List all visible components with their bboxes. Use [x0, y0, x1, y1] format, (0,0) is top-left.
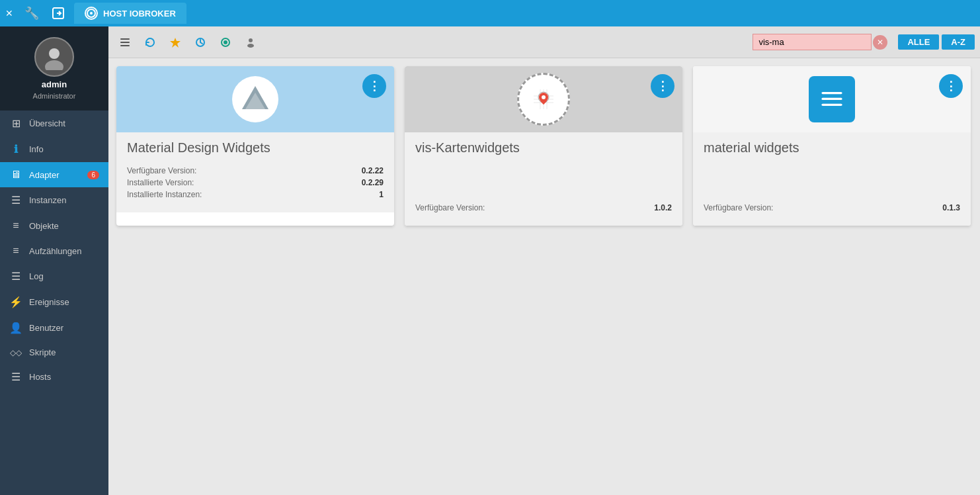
card-menu-button[interactable]: ⋮ [362, 74, 386, 98]
skripte-icon: ◇◇ [9, 348, 22, 357]
sidebar: admin Administrator ⊞ Übersicht ℹ Info 🖥… [0, 26, 108, 495]
benutzer-icon: 👤 [9, 322, 22, 334]
svg-rect-25 [821, 98, 842, 100]
content-area: ✕ ALLE A-Z ⋮ [108, 26, 980, 495]
svg-rect-7 [120, 45, 130, 46]
card-material-design-widgets: ⋮ Material Design Widgets Verfügbare Ver… [116, 66, 394, 226]
sidebar-item-adapter[interactable]: 🖥 Adapter 6 [0, 162, 108, 187]
sidebar-item-label: Ereignisse [29, 297, 69, 307]
svg-point-12 [249, 38, 253, 42]
login-icon[interactable] [48, 3, 69, 24]
aufzahlungen-icon: ≡ [9, 245, 22, 257]
sidebar-item-label: Info [29, 144, 44, 154]
sidebar-item-ereignisse[interactable]: ⚡ Ereignisse [0, 289, 108, 315]
svg-rect-24 [821, 92, 842, 94]
objekte-icon: ≡ [9, 220, 22, 232]
svg-point-23 [542, 95, 546, 99]
card-title: vis-Kartenwidgets [415, 140, 672, 156]
username: admin [42, 79, 67, 89]
card-logo [232, 76, 278, 122]
main-layout: admin Administrator ⊞ Übersicht ℹ Info 🖥… [0, 26, 980, 495]
card-info-row-2: Installierte Version: 0.2.29 [127, 178, 384, 187]
svg-rect-26 [821, 104, 842, 106]
alle-button[interactable]: ALLE [898, 34, 939, 50]
adapter-badge: 6 [87, 171, 99, 179]
card-body: Material Design Widgets Verfügbare Versi… [116, 132, 394, 212]
sidebar-item-info[interactable]: ℹ Info [0, 136, 108, 162]
cards-area: ⋮ Material Design Widgets Verfügbare Ver… [108, 58, 980, 495]
host-tab[interactable]: HOST IOBROKER [74, 3, 186, 24]
sidebar-item-instanzen[interactable]: ☰ Instanzen [0, 187, 108, 213]
svg-point-3 [49, 48, 60, 59]
verfugbare-version-value: 0.2.22 [362, 166, 384, 175]
svg-rect-5 [120, 38, 130, 40]
sidebar-item-label: Benutzer [29, 323, 63, 333]
sidebar-item-ubersicht[interactable]: ⊞ Übersicht [0, 111, 108, 136]
search-wrapper: ✕ [753, 34, 887, 50]
sidebar-item-label: Skripte [29, 347, 56, 357]
grid-icon: ⊞ [9, 117, 22, 130]
user-role: Administrator [33, 92, 76, 100]
sidebar-item-label: Aufzählungen [29, 246, 82, 256]
verfugbare-version-label: Verfügbare Version: [415, 203, 485, 212]
card-header: ⋮ [405, 66, 682, 132]
hosts-icon: ☰ [9, 371, 22, 383]
card-logo-map [517, 73, 570, 126]
installierte-instanzen-value: 1 [379, 190, 384, 199]
instanzen-icon: ☰ [9, 194, 22, 206]
sidebar-item-label: Übersicht [29, 118, 65, 128]
person-button[interactable] [239, 31, 262, 54]
recent-button[interactable] [189, 31, 212, 54]
card-menu-button[interactable]: ⋮ [939, 74, 963, 98]
card-info-row: Verfügbare Version: 1.0.2 [415, 203, 672, 212]
search-input[interactable] [753, 34, 872, 50]
top-bar: ✕ 🔧 HOST IOBROKER [0, 0, 980, 26]
verfugbare-version-value: 0.1.3 [942, 203, 960, 212]
refresh-button[interactable] [139, 31, 161, 54]
list-button[interactable] [114, 31, 136, 54]
star-button[interactable] [164, 31, 186, 54]
toolbar: ✕ ALLE A-Z [108, 26, 980, 58]
card-title: Material Design Widgets [127, 140, 384, 156]
search-clear-button[interactable]: ✕ [873, 35, 887, 50]
sidebar-item-label: Log [29, 271, 44, 281]
sidebar-item-label: Instanzen [29, 195, 66, 205]
verfugbare-version-label: Verfügbare Version: [704, 203, 773, 212]
sidebar-item-hosts[interactable]: ☰ Hosts [0, 364, 108, 390]
svg-point-11 [224, 41, 227, 44]
sidebar-item-skripte[interactable]: ◇◇ Skripte [0, 341, 108, 364]
verfugbare-version-label: Verfügbare Version: [127, 166, 196, 175]
sidebar-item-label: Hosts [29, 372, 51, 382]
host-tab-icon [85, 7, 98, 20]
card-title: material widgets [704, 140, 960, 156]
sidebar-item-label: Adapter [29, 170, 60, 180]
filter-buttons: ALLE A-Z [898, 34, 975, 50]
sidebar-item-objekte[interactable]: ≡ Objekte [0, 213, 108, 238]
card-logo-menu [809, 76, 855, 122]
circle-button[interactable] [214, 31, 237, 54]
host-tab-label: HOST IOBROKER [103, 9, 176, 19]
card-info-row: Verfügbare Version: 0.1.3 [704, 203, 960, 212]
close-button[interactable]: ✕ [5, 8, 13, 19]
sidebar-item-benutzer[interactable]: 👤 Benutzer [0, 315, 108, 341]
card-body: material widgets Verfügbare Version: 0.1… [693, 132, 971, 226]
card-info-row: Verfügbare Version: 0.2.22 [127, 166, 384, 175]
svg-point-13 [247, 44, 254, 48]
az-button[interactable]: A-Z [942, 34, 975, 50]
ereignisse-icon: ⚡ [9, 296, 22, 308]
installierte-version-label: Installierte Version: [127, 178, 194, 187]
sidebar-item-log[interactable]: ☰ Log [0, 263, 108, 289]
wrench-icon[interactable]: 🔧 [21, 3, 42, 24]
card-body: vis-Kartenwidgets Verfügbare Version: 1.… [405, 132, 682, 226]
sidebar-item-label: Objekte [29, 221, 59, 231]
installierte-instanzen-label: Installierte Instanzen: [127, 190, 202, 199]
avatar [34, 37, 74, 77]
installierte-version-value: 0.2.29 [362, 178, 384, 187]
card-material-widgets: ⋮ material widgets Verfügbare Version: 0… [693, 66, 971, 226]
sidebar-item-aufzahlungen[interactable]: ≡ Aufzählungen [0, 238, 108, 263]
card-info-row-3: Installierte Instanzen: 1 [127, 190, 384, 199]
svg-point-2 [90, 12, 93, 15]
card-menu-button[interactable]: ⋮ [651, 74, 674, 98]
log-icon: ☰ [9, 270, 22, 283]
svg-rect-6 [120, 42, 130, 43]
